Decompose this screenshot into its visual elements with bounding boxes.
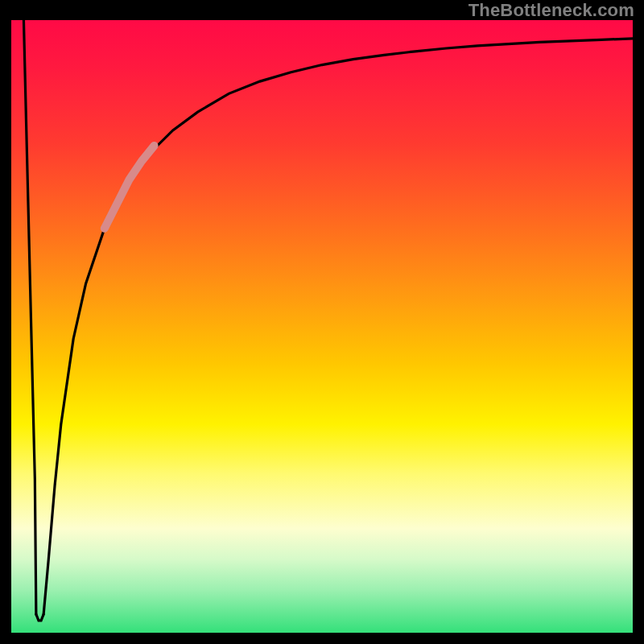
watermark-text: TheBottleneck.com (469, 0, 634, 21)
curve-trough (36, 614, 43, 621)
plot-container (11, 20, 633, 633)
chart-curves (11, 20, 633, 633)
curve-main (43, 39, 633, 614)
curve-highlight-segment (105, 146, 155, 229)
chart-frame: TheBottleneck.com (0, 0, 644, 644)
curve-left-fall (23, 20, 35, 614)
